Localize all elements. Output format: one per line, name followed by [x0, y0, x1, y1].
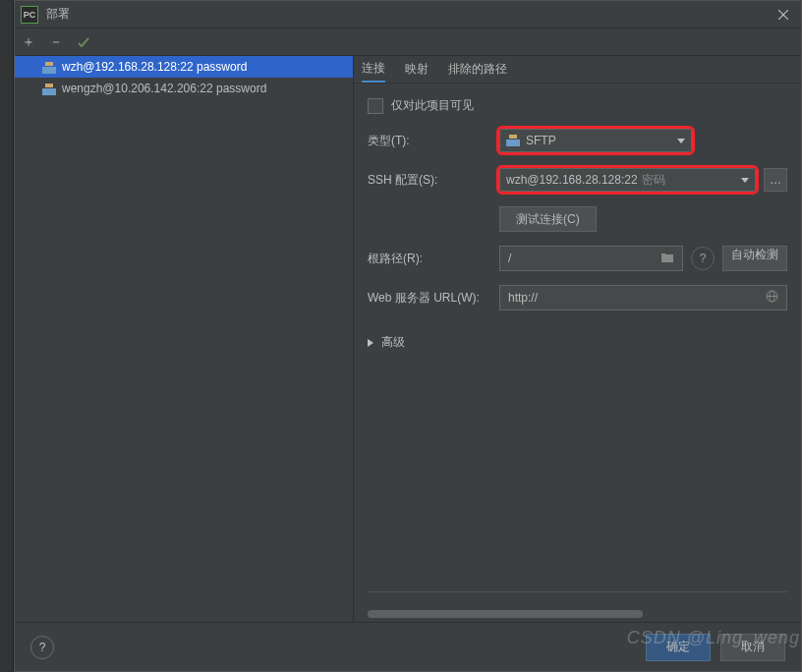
svg-rect-5 — [42, 88, 56, 95]
server-icon — [42, 82, 56, 95]
deployment-dialog: PC 部署 ＋ － wzh@192.168.28.128:22 password — [14, 0, 802, 672]
cancel-button[interactable]: 取消 — [720, 634, 785, 661]
ssh-row: SSH 配置(S): wzh@192.168.28.128:22 密码 … — [368, 167, 787, 193]
close-button[interactable] — [772, 3, 795, 27]
test-connection-button[interactable]: 测试连接(C) — [499, 206, 597, 232]
root-path-row: 根路径(R): / ? 自动检测 — [368, 246, 787, 271]
test-row: 测试连接(C) — [368, 206, 787, 232]
dialog-title: 部署 — [46, 6, 70, 23]
apply-changes-icon[interactable] — [76, 34, 91, 50]
horizontal-scrollbar[interactable] — [368, 608, 787, 620]
tab-excluded[interactable]: 排除的路径 — [448, 56, 507, 83]
ok-button[interactable]: 确定 — [646, 634, 711, 661]
visible-only-row: 仅对此项目可见 — [368, 97, 787, 114]
remove-server-button[interactable]: － — [48, 34, 64, 50]
ssh-auth-suffix: 密码 — [642, 172, 665, 189]
web-url-label: Web 服务器 URL(W): — [368, 290, 499, 307]
server-item-wzh[interactable]: wzh@192.168.28.128:22 password — [15, 56, 353, 78]
server-item-label: wengzh@10.206.142.206:22 password — [62, 82, 266, 95]
divider — [368, 591, 787, 592]
type-value: SFTP — [526, 134, 556, 147]
web-url-row: Web 服务器 URL(W): http:// — [368, 285, 787, 310]
pycharm-icon: PC — [21, 6, 38, 24]
type-label: 类型(T): — [368, 133, 499, 149]
tab-connection[interactable]: 连接 — [362, 56, 385, 83]
editor-gutter — [0, 0, 14, 672]
server-list[interactable]: wzh@192.168.28.128:22 password wengzh@10… — [15, 56, 354, 622]
title-bar: PC 部署 — [15, 1, 801, 28]
help-button[interactable]: ? — [30, 636, 54, 659]
svg-rect-6 — [509, 135, 517, 139]
toolbar: ＋ － — [15, 28, 801, 56]
visible-only-label: 仅对此项目可见 — [391, 97, 474, 114]
ssh-config-combo[interactable]: wzh@192.168.28.128:22 密码 — [499, 168, 756, 192]
advanced-expander[interactable]: 高级 — [368, 334, 787, 351]
connection-form: 仅对此项目可见 类型(T): SFTP SSH 配置(S): — [354, 84, 801, 622]
folder-icon[interactable] — [660, 252, 674, 266]
server-item-wengzh[interactable]: wengzh@10.206.142.206:22 password — [15, 78, 353, 99]
root-path-label: 根路径(R): — [368, 251, 499, 267]
triangle-right-icon — [368, 339, 373, 347]
advanced-label: 高级 — [381, 334, 405, 351]
right-panel: 连接 映射 排除的路径 仅对此项目可见 类型(T): SFTP — [354, 56, 801, 622]
svg-rect-3 — [42, 67, 56, 74]
web-url-value: http:// — [508, 291, 538, 305]
web-url-input[interactable]: http:// — [499, 285, 787, 310]
ssh-label: SSH 配置(S): — [368, 172, 499, 189]
root-path-input[interactable]: / — [499, 246, 683, 271]
button-bar: ? 确定 取消 — [15, 622, 801, 671]
svg-rect-4 — [45, 84, 53, 87]
add-server-button[interactable]: ＋ — [21, 34, 36, 50]
scrollbar-thumb[interactable] — [368, 610, 643, 618]
type-row: 类型(T): SFTP — [368, 128, 787, 153]
ssh-value: wzh@192.168.28.128:22 — [506, 173, 638, 187]
type-combo[interactable]: SFTP — [499, 129, 692, 152]
help-icon[interactable]: ? — [691, 247, 715, 270]
visible-only-checkbox[interactable] — [368, 98, 383, 114]
server-item-label: wzh@192.168.28.128:22 password — [62, 60, 247, 74]
globe-icon[interactable] — [766, 290, 778, 306]
tabs: 连接 映射 排除的路径 — [354, 56, 801, 84]
body-area: wzh@192.168.28.128:22 password wengzh@10… — [15, 56, 801, 622]
svg-rect-7 — [506, 140, 520, 146]
tab-mapping[interactable]: 映射 — [405, 56, 429, 83]
chevron-down-icon — [741, 178, 749, 183]
sftp-icon — [506, 135, 520, 146]
svg-rect-2 — [45, 62, 53, 66]
auto-detect-button[interactable]: 自动检测 — [722, 246, 787, 271]
root-path-value: / — [508, 252, 511, 265]
chevron-down-icon — [677, 139, 685, 143]
ssh-browse-button[interactable]: … — [764, 168, 787, 192]
server-icon — [42, 60, 56, 74]
